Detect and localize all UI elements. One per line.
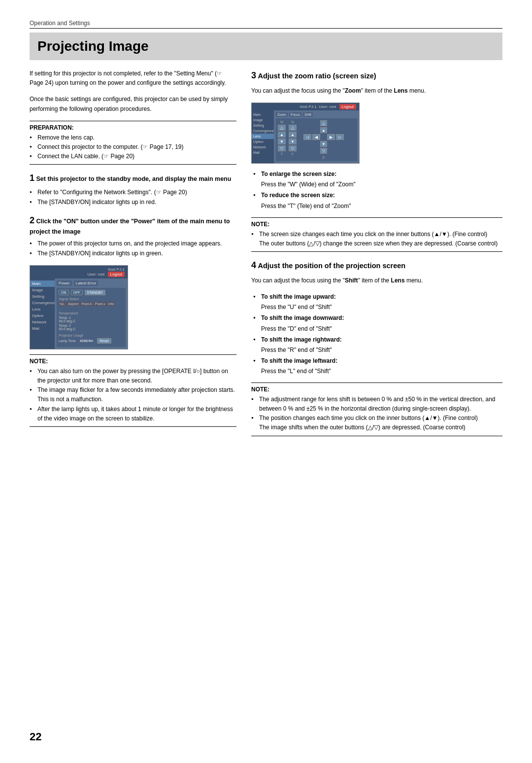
zoom-controls: W △ ▲ ▼ ▽ T N △ ▲ [276, 118, 357, 161]
note-1-item-3: After the lamp lights up, it takes about… [30, 405, 236, 423]
shift-left-outer[interactable]: ◁ [303, 134, 311, 140]
step-1-bullet-2: The [STANDBY/ON] indicator lights up in … [30, 198, 236, 207]
zoom-col: W △ ▲ ▼ ▽ T [278, 120, 286, 159]
intro-text-2: Once the basic settings are configured, … [30, 95, 236, 113]
proj-nav-image[interactable]: Image [30, 287, 55, 293]
step-2-bullet-2: The [STANDBY/ON] indicator lights up in … [30, 249, 236, 258]
proj-main-1: Power Latest Error ON OFF STANDBY Signal… [55, 278, 128, 349]
proj-tab-lasterror[interactable]: Latest Error [74, 280, 99, 286]
shift-up[interactable]: △ [320, 120, 327, 126]
zoom-nav-mail[interactable]: Mail [252, 150, 274, 155]
proj-nav-setting[interactable]: Setting [30, 293, 55, 300]
note-title-3: NOTE: [251, 386, 502, 393]
zoom-nav-option[interactable]: Option [252, 139, 274, 144]
step-3-intro: You can adjust the focus using the "Zoom… [251, 86, 502, 96]
shift-up-fine[interactable]: ▲ [320, 127, 327, 133]
reduce-text: Press the "T" (Tele) end of "Zoom" [251, 202, 502, 210]
note-3-list: The adjustment range for lens shift is b… [251, 395, 502, 433]
zoom-nav-network[interactable]: Network [252, 144, 274, 150]
proj-tab-power[interactable]: Power [57, 280, 72, 286]
note-3-item-2: The position changes each time you click… [251, 414, 502, 432]
projector-ui-1: host PJ-1 User: root Logout Main Image S… [30, 265, 128, 349]
focus-col: N △ ▲ ▼ ▽ F [289, 120, 297, 159]
page-title: Projecting Image [30, 33, 502, 60]
note-2-list: The screen size changes each time you cl… [251, 230, 502, 248]
zoom-tab-focus[interactable]: Focus [289, 112, 301, 117]
step-2-title: 2 Click the "ON" button under the "Power… [30, 214, 236, 237]
proj-logout-btn-2[interactable]: Logout [339, 104, 356, 109]
enlarge-text: Press the "W" (Wide) end of "Zoom" [251, 180, 502, 189]
preparation-item-2: Connect this projector to the computer. … [30, 142, 236, 152]
enlarge-title: To enlarge the screen size: [251, 170, 502, 179]
proj-nav-convergence[interactable]: Convergence [30, 300, 55, 306]
shift-right-text: Press the "R" end of "Shift" [251, 346, 502, 354]
step-2: 2 Click the "ON" button under the "Power… [30, 214, 236, 258]
proj-nav-option[interactable]: Option [30, 312, 55, 319]
zoom-outer-down[interactable]: ▽ [278, 145, 286, 151]
step-2-bullet-1: The power of this projector turns on, an… [30, 239, 236, 248]
proj-btn-standby[interactable]: STANDBY [85, 290, 106, 295]
zoom-inner-up[interactable]: ▲ [278, 132, 286, 138]
preparation-box: PREPARATION: Remove the lens cap. Connec… [30, 121, 236, 165]
note-box-2: NOTE: The screen size changes each time … [251, 217, 502, 252]
focus-inner-up[interactable]: ▲ [289, 132, 297, 138]
shift-left-text: Press the "L" end of "Shift" [251, 367, 502, 376]
shift-up-title: To shift the image upward: [251, 292, 502, 302]
proj-logout-btn-1[interactable]: Logout [108, 272, 125, 277]
shift-col: △ ▲ ◁ ◀ ▶ ▷ ▼ ▽ [303, 120, 344, 159]
zoom-sidebar: Main Image Setting Convergence Lens Opti… [252, 110, 274, 163]
step-4-intro: You can adjust the focus using the "Shif… [251, 276, 502, 285]
note-1-item-2: The image may flicker for a few seconds … [30, 385, 236, 404]
proj-btn-on[interactable]: ON [59, 290, 69, 295]
step-1: 1 Set this projector to the standby mode… [30, 172, 236, 207]
zoom-nav-setting[interactable]: Setting [252, 123, 274, 128]
preparation-item-1: Remove the lens cap. [30, 133, 236, 142]
proj-header-1: host PJ-1 User: root Logout [30, 266, 128, 278]
shift-down-text: Press the "D" end of "Shift" [251, 324, 502, 333]
step-1-bullets: Refer to "Configuring the Network Settin… [30, 188, 236, 207]
step-2-bullets: The power of this projector turns on, an… [30, 239, 236, 258]
focus-outer-up[interactable]: △ [289, 125, 297, 131]
zoom-nav-lens[interactable]: Lens [252, 134, 274, 139]
intro-text-1: If setting for this projector is not com… [30, 69, 236, 88]
preparation-item-3: Connect the LAN cable. (☞ Page 20) [30, 152, 236, 161]
step-1-title: 1 Set this projector to the standby mode… [30, 172, 236, 185]
step-4-title: 4 Adjust the position of the projection … [251, 259, 502, 272]
shift-left-title: To shift the image leftward: [251, 356, 502, 366]
zoom-nav-convergence[interactable]: Convergence [252, 128, 274, 134]
step-1-bullet-1: Refer to "Configuring the Network Settin… [30, 188, 236, 197]
zoom-header: host PJ-1 User: root Logout [252, 103, 359, 110]
focus-inner-down[interactable]: ▼ [289, 139, 297, 144]
note-box-1: NOTE: You can also turn on the power by … [30, 354, 236, 427]
note-title-1: NOTE: [30, 358, 236, 365]
zoom-inner-down[interactable]: ▼ [278, 139, 286, 144]
preparation-list: Remove the lens cap. Connect this projec… [30, 133, 236, 162]
focus-outer-down[interactable]: ▽ [289, 145, 297, 151]
note-3-item-1: The adjustment range for lens shift is b… [251, 395, 502, 414]
proj-btn-off[interactable]: OFF [71, 290, 83, 295]
proj-sidebar-1: Main Image Setting Convergence Lens Opti… [30, 278, 55, 349]
zoom-nav-image[interactable]: Image [252, 117, 274, 123]
shift-down[interactable]: ▽ [320, 148, 327, 154]
zoom-tab-zoom[interactable]: Zoom [276, 112, 288, 117]
preparation-title: PREPARATION: [30, 124, 236, 131]
shift-left-inner[interactable]: ◀ [312, 134, 320, 140]
shift-right-title: To shift the image rightward: [251, 335, 502, 345]
proj-nav-network[interactable]: Network [30, 319, 55, 325]
shift-right-inner[interactable]: ▶ [327, 134, 335, 140]
proj-nav-lens[interactable]: Lens [30, 306, 55, 312]
step-3-title: 3 Adjust the zoom ratio (screen size) [251, 69, 502, 82]
reduce-title: To reduce the screen size: [251, 191, 502, 200]
step-4: 4 Adjust the position of the projection … [251, 259, 502, 376]
proj-btn-reset[interactable]: Reset [97, 338, 111, 344]
proj-nav-mail[interactable]: Mail [30, 325, 55, 332]
proj-tabs-1: Power Latest Error [57, 280, 126, 286]
zoom-tab-shift[interactable]: Shift [303, 112, 313, 117]
shift-down-fine[interactable]: ▼ [320, 141, 327, 147]
shift-right-outer[interactable]: ▷ [336, 134, 344, 140]
projector-ui-2: host PJ-1 User: root Logout Main Image S… [251, 103, 360, 164]
proj-content-1: ON OFF STANDBY Signal Status No. Aspect … [57, 288, 126, 347]
zoom-nav-main[interactable]: Main [252, 112, 274, 117]
proj-nav-main[interactable]: Main [30, 280, 55, 287]
zoom-outer-up[interactable]: △ [278, 125, 286, 131]
